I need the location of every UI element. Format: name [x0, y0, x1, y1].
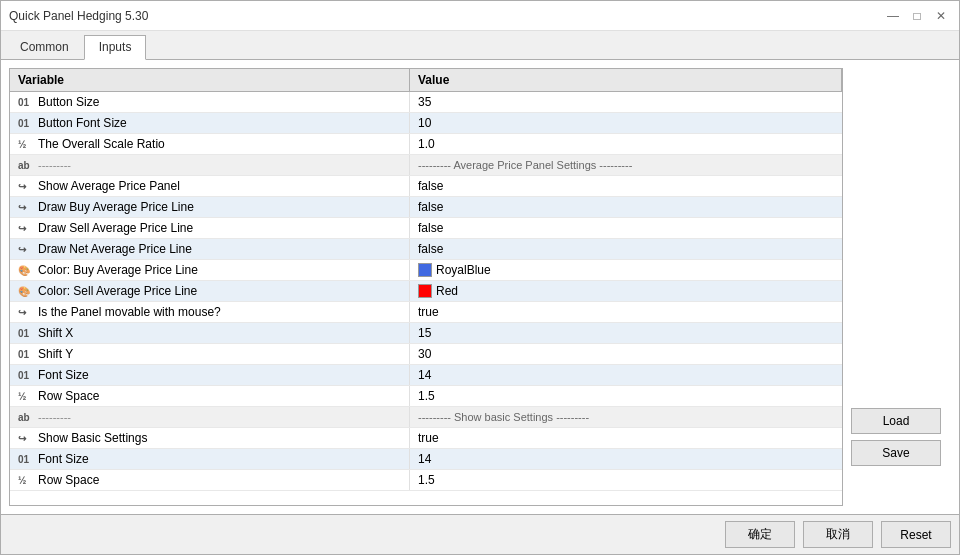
table-row: ↪Is the Panel movable with mouse?true — [10, 302, 842, 323]
value-label: true — [418, 305, 439, 319]
row-icon: ↪ — [18, 307, 34, 318]
table-row: 01Button Size35 — [10, 92, 842, 113]
value-cell: 10 — [410, 113, 842, 133]
value-label: --------- Average Price Panel Settings -… — [418, 159, 632, 171]
table-row: ↪Show Basic Settingstrue — [10, 428, 842, 449]
title-bar: Quick Panel Hedging 5.30 — □ ✕ — [1, 1, 959, 31]
maximize-button[interactable]: □ — [907, 6, 927, 26]
value-label: false — [418, 200, 443, 214]
value-cell: false — [410, 197, 842, 217]
table-row: 01Font Size14 — [10, 449, 842, 470]
save-button[interactable]: Save — [851, 440, 941, 466]
row-icon: ↪ — [18, 244, 34, 255]
value-label: false — [418, 242, 443, 256]
row-icon: ↪ — [18, 223, 34, 234]
variable-label: --------- — [38, 159, 71, 171]
row-icon: ½ — [18, 391, 34, 402]
table-body[interactable]: 01Button Size3501Button Font Size10½The … — [10, 92, 842, 505]
tabs-bar: Common Inputs — [1, 31, 959, 60]
table-row: ↪Show Average Price Panelfalse — [10, 176, 842, 197]
value-cell: false — [410, 239, 842, 259]
value-label: 1.5 — [418, 473, 435, 487]
variable-label: Button Size — [38, 95, 99, 109]
value-label: RoyalBlue — [436, 263, 491, 277]
variable-label: Shift X — [38, 326, 73, 340]
row-icon: ½ — [18, 475, 34, 486]
value-label: 30 — [418, 347, 431, 361]
variable-label: Shift Y — [38, 347, 73, 361]
variable-label: Draw Net Average Price Line — [38, 242, 192, 256]
variable-label: Row Space — [38, 389, 99, 403]
window-title: Quick Panel Hedging 5.30 — [9, 9, 148, 23]
variable-label: Color: Buy Average Price Line — [38, 263, 198, 277]
table-row: 01Button Font Size10 — [10, 113, 842, 134]
value-label: 1.0 — [418, 137, 435, 151]
row-icon: 01 — [18, 349, 34, 360]
value-cell: false — [410, 218, 842, 238]
variable-label: Draw Buy Average Price Line — [38, 200, 194, 214]
value-cell: 14 — [410, 449, 842, 469]
row-icon: ↪ — [18, 202, 34, 213]
value-cell: 15 — [410, 323, 842, 343]
value-label: false — [418, 221, 443, 235]
table-row: 01Font Size14 — [10, 365, 842, 386]
value-cell: 30 — [410, 344, 842, 364]
value-cell: --------- Show basic Settings --------- — [410, 407, 842, 427]
load-button[interactable]: Load — [851, 408, 941, 434]
value-cell: 1.5 — [410, 386, 842, 406]
table-row: ↪Draw Sell Average Price Linefalse — [10, 218, 842, 239]
value-label: false — [418, 179, 443, 193]
row-icon: 01 — [18, 118, 34, 129]
value-cell: 35 — [410, 92, 842, 112]
main-window: Quick Panel Hedging 5.30 — □ ✕ Common In… — [0, 0, 960, 555]
tab-common[interactable]: Common — [5, 35, 84, 59]
variable-label: Is the Panel movable with mouse? — [38, 305, 221, 319]
table-row: 🎨Color: Sell Average Price LineRed — [10, 281, 842, 302]
value-label: Red — [436, 284, 458, 298]
value-cell: Red — [410, 281, 842, 301]
close-button[interactable]: ✕ — [931, 6, 951, 26]
table-row: ab------------------ Show basic Settings… — [10, 407, 842, 428]
variable-label: Button Font Size — [38, 116, 127, 130]
value-label: 14 — [418, 452, 431, 466]
variable-label: Color: Sell Average Price Line — [38, 284, 197, 298]
value-cell: RoyalBlue — [410, 260, 842, 280]
minimize-button[interactable]: — — [883, 6, 903, 26]
row-icon: ab — [18, 412, 34, 423]
confirm-button[interactable]: 确定 — [725, 521, 795, 548]
right-panel: Load Save — [851, 68, 951, 506]
row-icon: 01 — [18, 328, 34, 339]
variable-label: Font Size — [38, 368, 89, 382]
variable-label: Show Basic Settings — [38, 431, 147, 445]
variable-label: Font Size — [38, 452, 89, 466]
value-cell: true — [410, 428, 842, 448]
row-icon: 🎨 — [18, 265, 34, 276]
value-label: 10 — [418, 116, 431, 130]
variable-label: --------- — [38, 411, 71, 423]
table-row: 🎨Color: Buy Average Price LineRoyalBlue — [10, 260, 842, 281]
value-cell: 1.5 — [410, 470, 842, 490]
value-label: true — [418, 431, 439, 445]
value-cell: 1.0 — [410, 134, 842, 154]
row-icon: 01 — [18, 370, 34, 381]
tab-inputs[interactable]: Inputs — [84, 35, 147, 60]
header-value: Value — [410, 69, 842, 91]
table-row: ab------------------ Average Price Panel… — [10, 155, 842, 176]
value-label: 14 — [418, 368, 431, 382]
row-icon: 01 — [18, 97, 34, 108]
cancel-button[interactable]: 取消 — [803, 521, 873, 548]
variable-label: Show Average Price Panel — [38, 179, 180, 193]
variable-label: Row Space — [38, 473, 99, 487]
table-row: ↪Draw Buy Average Price Linefalse — [10, 197, 842, 218]
table-header: Variable Value — [10, 69, 842, 92]
variable-label: The Overall Scale Ratio — [38, 137, 165, 151]
table-row: ½Row Space1.5 — [10, 470, 842, 491]
header-variable: Variable — [10, 69, 410, 91]
value-cell: 14 — [410, 365, 842, 385]
variable-table: Variable Value 01Button Size3501Button F… — [9, 68, 843, 506]
table-row: 01Shift Y30 — [10, 344, 842, 365]
variable-label: Draw Sell Average Price Line — [38, 221, 193, 235]
row-icon: ab — [18, 160, 34, 171]
reset-button[interactable]: Reset — [881, 521, 951, 548]
row-icon: ½ — [18, 139, 34, 150]
